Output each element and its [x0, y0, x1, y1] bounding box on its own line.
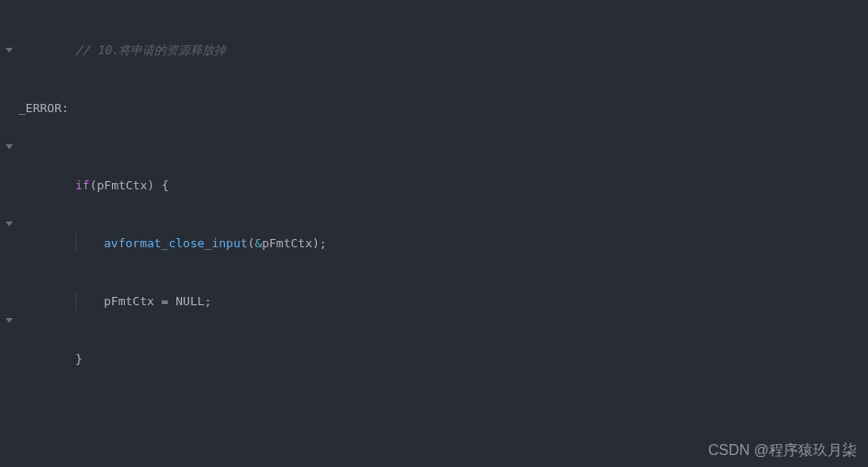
- fold-indicator-icon[interactable]: [6, 222, 13, 226]
- fold-indicator-icon[interactable]: [6, 318, 13, 323]
- label: _ERROR:: [18, 101, 69, 115]
- comment: // 10.将申请的资源释放掉: [75, 43, 226, 57]
- code-area[interactable]: // 10.将申请的资源释放掉 _ERROR: if(pFmtCtx) { av…: [18, 2, 868, 467]
- fold-indicator-icon[interactable]: [6, 144, 13, 149]
- watermark: CSDN @程序猿玖月柒: [708, 440, 857, 460]
- keyword-if: if: [75, 178, 90, 192]
- func-call: avformat_close_input: [104, 236, 248, 250]
- fold-gutter: [0, 2, 18, 467]
- code-editor[interactable]: // 10.将申请的资源释放掉 _ERROR: if(pFmtCtx) { av…: [0, 0, 868, 467]
- fold-indicator-icon[interactable]: [6, 48, 13, 52]
